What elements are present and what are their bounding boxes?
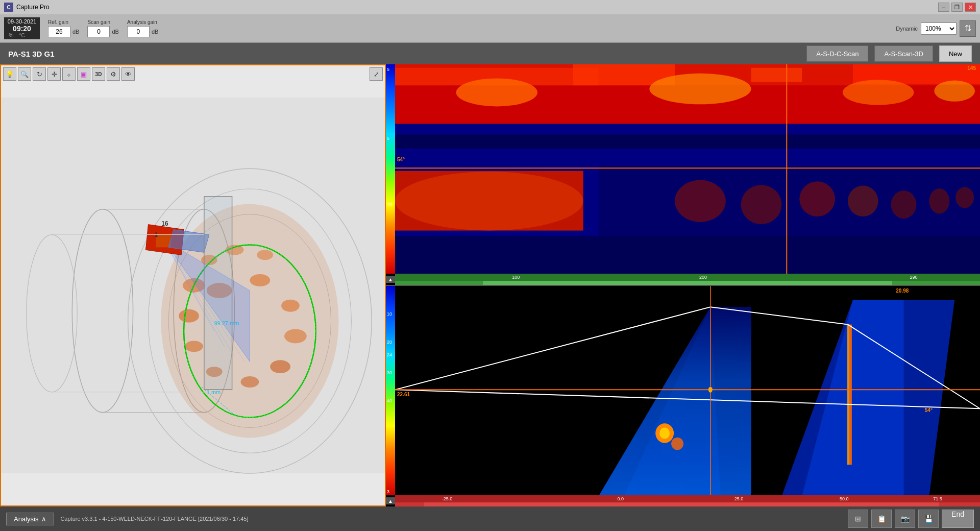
- tool-select[interactable]: ⬦: [62, 67, 76, 81]
- date-display: 09-30-2021: [7, 18, 37, 25]
- project-bar: PA-S1 3D G1 A-S-D-C-Scan A-S-Scan-3D New: [0, 43, 980, 64]
- ref-gain-input[interactable]: [48, 26, 70, 37]
- right-panels: 5 5 10: [386, 64, 980, 506]
- bottom-right-buttons: ⊞ 📋 📷 💾 End: [848, 510, 974, 528]
- bottom-scan-svg: [395, 286, 980, 496]
- project-title: PA-S1 3D G1: [8, 50, 800, 58]
- tool-color[interactable]: ▣: [77, 67, 90, 81]
- svg-rect-34: [204, 197, 232, 390]
- bottom-color-scale: [386, 286, 395, 495]
- ref-gain-unit: dB: [72, 29, 79, 35]
- svg-point-10: [250, 274, 270, 286]
- top-scale-num: 5: [387, 67, 389, 72]
- scan-gain-label: Scan gain: [87, 19, 118, 25]
- svg-point-54: [395, 172, 583, 230]
- top-cursor-angle: 54°: [397, 157, 405, 162]
- bot-ruler-50: 50.0: [840, 496, 849, 501]
- title-bar-left: C Capture Pro: [4, 3, 50, 12]
- tab-asscan3d[interactable]: A-S-Scan-3D: [874, 45, 933, 62]
- analysis-label: Analysis: [14, 515, 38, 523]
- save-button[interactable]: 💾: [918, 510, 939, 528]
- svg-point-45: [456, 78, 537, 106]
- bot-ruler-715: 71.5: [933, 496, 942, 501]
- tool-eye[interactable]: 👁: [121, 67, 135, 81]
- restore-button[interactable]: ❐: [951, 3, 963, 12]
- camera-button[interactable]: 📷: [895, 510, 915, 528]
- tab-new[interactable]: New: [939, 45, 972, 62]
- clipboard-button[interactable]: 📋: [871, 510, 892, 528]
- scan-gain-unit: dB: [112, 29, 118, 35]
- scene-canvas: 16 1 99.27 mm 1 mm: [1, 65, 385, 505]
- svg-rect-43: [751, 68, 802, 82]
- ref-gain-group: Ref. gain dB: [48, 19, 79, 37]
- tool-rotate[interactable]: ↻: [33, 67, 46, 81]
- scan-gain-input[interactable]: [87, 26, 110, 37]
- dynamic-label: Dynamic: [896, 26, 918, 32]
- top-scan-image: [395, 64, 980, 275]
- tab-asdcscan[interactable]: A-S-D-C-Scan: [806, 45, 868, 62]
- ref-gain-label: Ref. gain: [48, 19, 79, 25]
- svg-point-14: [241, 376, 259, 388]
- top-scale-num3: 10: [387, 202, 392, 207]
- top-ruler-up-arrow[interactable]: ▲: [386, 276, 395, 283]
- tool-zoom[interactable]: 🔍: [18, 67, 31, 81]
- top-scrollbar-thumb[interactable]: [483, 281, 892, 285]
- analysis-tab[interactable]: Analysis ∧: [6, 513, 54, 525]
- title-bar-controls: – ❐ ✕: [938, 3, 976, 12]
- version-text: Capture v3.3.1 - 4-150-WELD-NECK-FF-120-…: [60, 516, 248, 522]
- tool-light[interactable]: 💡: [3, 67, 16, 81]
- app-icon: C: [4, 3, 13, 12]
- svg-point-74: [671, 438, 683, 450]
- minimize-button[interactable]: –: [938, 3, 949, 12]
- dynamic-swap-button[interactable]: ⇅: [960, 20, 976, 37]
- bottom-ruler: -25.0 0.0 25.0 50.0 71.5: [395, 495, 980, 506]
- svg-point-46: [649, 74, 751, 104]
- bot-scale-30: 30: [387, 370, 392, 375]
- measurement-2: 1 mm: [207, 389, 220, 395]
- bottom-scrollbar[interactable]: [395, 502, 980, 506]
- close-button[interactable]: ✕: [965, 3, 976, 12]
- end-button[interactable]: End: [942, 510, 974, 528]
- top-ruler-200: 200: [699, 275, 707, 280]
- tool-settings[interactable]: ⚙: [107, 67, 120, 81]
- dynamic-select[interactable]: 100% 80% 60% 40%: [921, 22, 957, 35]
- top-scrollbar[interactable]: [395, 281, 980, 285]
- tool-3d[interactable]: 3D: [92, 67, 105, 81]
- svg-point-73: [659, 427, 670, 439]
- grid-button[interactable]: ⊞: [848, 510, 868, 528]
- bot-scale-40: 40: [387, 398, 392, 403]
- top-ruler-100: 100: [512, 275, 520, 280]
- bot-angle1: 22.61: [397, 392, 410, 397]
- expand-button[interactable]: ⤢: [370, 67, 383, 81]
- top-ruler: 100 200 290: [395, 274, 980, 285]
- analysis-gain-input[interactable]: [127, 26, 150, 37]
- tool-move[interactable]: ✛: [47, 67, 61, 81]
- top-color-scale: [386, 64, 395, 274]
- svg-point-21: [257, 250, 273, 260]
- scan-gain-group: Scan gain dB: [87, 19, 118, 37]
- bot-scale-20: 20: [387, 340, 392, 345]
- top-max-val: 145: [967, 65, 976, 71]
- svg-point-17: [179, 309, 199, 323]
- bot-ruler-25: 25.0: [734, 496, 744, 501]
- bottom-ruler-up-arrow[interactable]: ▲: [386, 497, 395, 504]
- analysis-gain-label: Analysis gain: [127, 19, 158, 25]
- bot-angle2: 20.98: [896, 288, 909, 294]
- bottom-scrollbar-thumb[interactable]: [424, 502, 939, 506]
- svg-rect-62: [599, 166, 980, 236]
- scene-svg: 16 1 99.27 mm 1 mm: [1, 65, 385, 505]
- label-16: 16: [161, 220, 168, 227]
- top-ruler-290: 290: [910, 275, 917, 280]
- svg-rect-63: [395, 236, 980, 275]
- svg-point-16: [185, 341, 203, 352]
- svg-rect-76: [847, 325, 849, 465]
- title-bar: C Capture Pro – ❐ ✕: [0, 0, 980, 14]
- analysis-gain-unit: dB: [152, 29, 158, 35]
- dynamic-group: Dynamic 100% 80% 60% 40% ⇅: [896, 20, 976, 37]
- temp-display: -°C: [17, 33, 25, 38]
- svg-point-11: [281, 300, 300, 312]
- app-title: Capture Pro: [16, 4, 50, 11]
- percent-display: -%: [7, 33, 13, 38]
- toolbar: 09-30-2021 09:20 -% -°C Ref. gain dB Sca…: [0, 14, 980, 43]
- top-scan-svg: [395, 64, 980, 275]
